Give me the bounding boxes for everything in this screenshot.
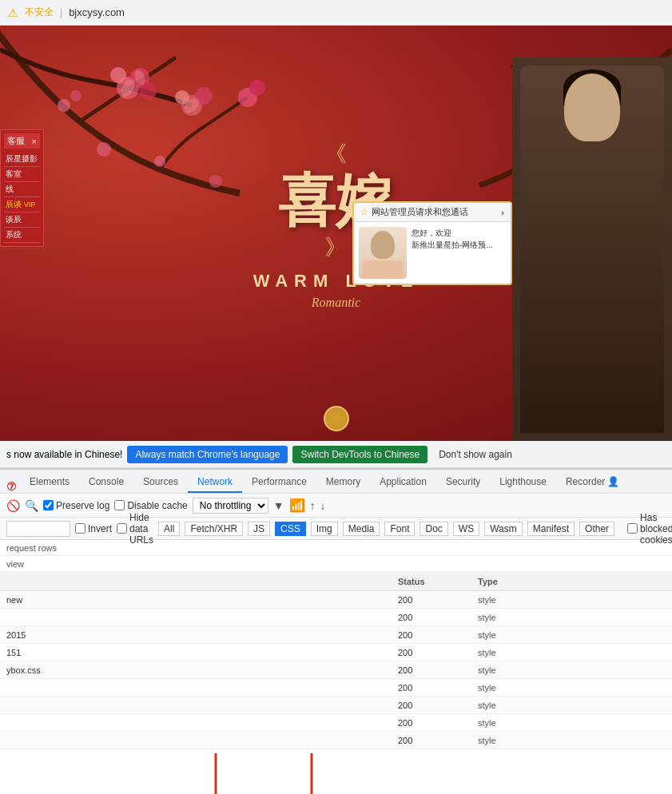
blocked-cookies-checkbox[interactable]: Has blocked cookies <box>627 512 672 546</box>
match-language-button[interactable]: Always match Chrome's language <box>127 446 288 463</box>
filter-js[interactable]: JS <box>248 522 270 536</box>
search-icon[interactable]: 🔍 <box>25 499 38 512</box>
carousel-indicator[interactable] <box>324 406 349 431</box>
chat-close[interactable]: × <box>32 137 37 146</box>
col-header-type: Type <box>471 577 672 586</box>
language-notice: s now available in Chinese! <box>6 449 122 460</box>
filter-fetchxhr[interactable]: Fetch/XHR <box>185 522 243 536</box>
devtools-toolbar: 🚫 🔍 Preserve log Disable cache No thrott… <box>0 494 672 518</box>
filter-font[interactable]: Font <box>384 522 415 536</box>
tab-sources[interactable]: Sources <box>133 472 188 493</box>
admin-popup-header: ☆ 网站管理员请求和您通话 › <box>354 203 511 222</box>
chat-item-6[interactable]: 系统 <box>4 228 40 243</box>
filter-wasm[interactable]: Wasm <box>484 522 523 536</box>
hide-urls-checkbox[interactable]: Hide data URLs <box>117 512 153 546</box>
devtools-panel: ⑦ Elements Console Sources Network Perfo… <box>0 468 672 794</box>
wifi-icon[interactable]: 📶 <box>289 498 305 513</box>
tab-console[interactable]: Console <box>79 472 133 493</box>
table-row[interactable]: 200 style <box>0 609 672 626</box>
request-info-view: view <box>0 556 672 572</box>
throttle-arrow[interactable]: ▼ <box>273 499 284 512</box>
filter-bar: Invert Hide data URLs All Fetch/XHR JS C… <box>0 518 672 540</box>
chat-title: 客服 <box>7 135 25 147</box>
table-row[interactable]: 200 style <box>0 732 672 749</box>
preserve-log-checkbox[interactable]: Preserve log <box>43 500 109 511</box>
request-info-rows: request rows <box>0 540 672 556</box>
red-arrows <box>0 749 672 794</box>
admin-text: 您好，欢迎 新推出量星拍-网络预... <box>412 227 493 279</box>
filter-other[interactable]: Other <box>579 522 614 536</box>
dont-show-again-button[interactable]: Don't show again <box>432 446 519 463</box>
admin-popup: ☆ 网站管理员请求和您通话 › 您好，欢迎 新推出量星拍-网络预... <box>352 201 512 285</box>
filter-media[interactable]: Media <box>343 522 380 536</box>
tab-elements[interactable]: Elements <box>20 472 79 493</box>
chat-item-1[interactable]: 辰星摄影 <box>4 152 40 167</box>
admin-avatar <box>359 227 407 279</box>
man-image <box>512 58 672 441</box>
filter-input[interactable] <box>6 521 70 537</box>
filter-img[interactable]: Img <box>311 522 338 536</box>
network-table: Status Type new 200 style 200 style 2015… <box>0 572 672 749</box>
table-row[interactable]: 200 style <box>0 679 672 697</box>
chat-item-2[interactable]: 客室 <box>4 167 40 182</box>
chat-item-5[interactable]: 谈辰 <box>4 212 40 228</box>
chevron-top: 《 <box>253 139 420 169</box>
table-row[interactable]: 151 200 style <box>0 644 672 661</box>
arrows-area <box>0 749 672 794</box>
admin-popup-body: 您好，欢迎 新推出量星拍-网络预... <box>354 222 511 284</box>
throttle-select[interactable]: No throttling <box>193 498 268 514</box>
website-content: 《 喜嫁 》 WARM LOVE Romantic 客服 × 辰星摄影 客室 线… <box>0 26 672 441</box>
table-row[interactable]: 200 style <box>0 697 672 714</box>
admin-popup-title: 网站管理员请求和您通话 <box>372 206 468 218</box>
tab-network[interactable]: Network <box>188 472 242 493</box>
url-display: bjxcysy.com <box>69 6 125 18</box>
devtools-error-icon: ⑦ <box>6 480 17 493</box>
table-row[interactable]: 200 style <box>0 714 672 732</box>
filter-manifest[interactable]: Manifest <box>527 522 575 536</box>
svg-point-12 <box>58 99 70 112</box>
chat-item-vip[interactable]: 辰谈 VIP <box>4 197 40 212</box>
table-row[interactable]: new 200 style <box>0 591 672 609</box>
language-bar: s now available in Chinese! Always match… <box>0 441 672 468</box>
tab-lighthouse[interactable]: Lighthouse <box>490 472 556 493</box>
view-label: view <box>6 559 24 569</box>
stop-icon[interactable]: 🚫 <box>6 499 20 512</box>
request-rows-label: request rows <box>6 543 57 553</box>
network-table-header: Status Type <box>0 572 672 591</box>
tab-security[interactable]: Security <box>436 472 490 493</box>
switch-devtools-button[interactable]: Switch DevTools to Chinese <box>292 446 427 463</box>
invert-checkbox[interactable]: Invert <box>75 523 112 534</box>
svg-point-13 <box>70 90 82 101</box>
upload-icon[interactable]: ↑ <box>310 499 316 512</box>
tab-performance[interactable]: Performance <box>242 472 316 493</box>
svg-point-14 <box>97 142 111 157</box>
svg-point-8 <box>249 80 265 96</box>
filter-doc[interactable]: Doc <box>420 522 447 536</box>
disable-cache-checkbox[interactable]: Disable cache <box>114 500 187 511</box>
tab-recorder[interactable]: Recorder 👤 <box>556 472 629 493</box>
romantic-text: Romantic <box>253 296 420 310</box>
star-icon: ☆ <box>360 207 368 217</box>
col-header-status: Status <box>392 577 471 586</box>
admin-popup-close[interactable]: › <box>501 208 504 217</box>
filter-css[interactable]: CSS <box>275 522 306 536</box>
browser-bar: ⚠ 不安全 | bjxcysy.com <box>0 0 672 26</box>
chat-widget-header: 客服 × <box>4 133 40 149</box>
warning-text: 不安全 <box>25 6 54 19</box>
warning-icon: ⚠ <box>8 6 18 19</box>
svg-point-16 <box>154 156 165 167</box>
tab-application[interactable]: Application <box>370 472 436 493</box>
tab-memory[interactable]: Memory <box>316 472 370 493</box>
svg-point-2 <box>110 67 126 83</box>
download-icon[interactable]: ↓ <box>320 499 326 512</box>
recorder-icon: 👤 <box>607 476 619 487</box>
table-row[interactable]: 2015 200 style <box>0 626 672 644</box>
filter-ws[interactable]: WS <box>453 522 479 536</box>
chat-item-3[interactable]: 线 <box>4 182 40 197</box>
chat-widget: 客服 × 辰星摄影 客室 线 辰谈 VIP 谈辰 系统 <box>0 129 44 247</box>
svg-point-15 <box>209 175 222 188</box>
table-row[interactable]: ybox.css 200 style <box>0 661 672 679</box>
devtools-tabs: ⑦ Elements Console Sources Network Perfo… <box>0 470 672 494</box>
filter-all[interactable]: All <box>158 522 180 536</box>
